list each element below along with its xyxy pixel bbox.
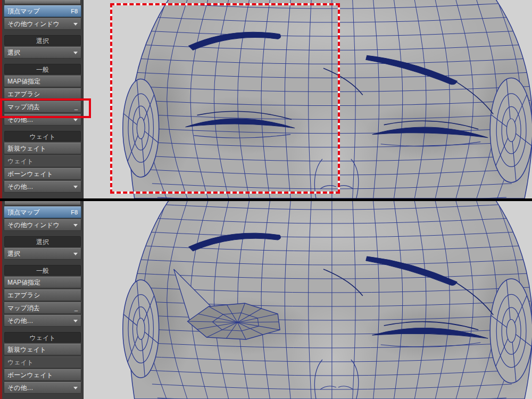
sidebar-item-map-erase[interactable]: マップ消去_ — [4, 101, 81, 113]
sidebar-item-label: その他… — [7, 115, 34, 124]
sidebar-before: 頂点マップF8その他ウィンドウ選択選択一般MAP値指定エアブラシマップ消去_その… — [0, 0, 84, 198]
left-ear-icon — [123, 280, 159, 378]
sidebar-item-label: 頂点マップ — [7, 7, 40, 16]
sidebar-item-label: ボーンウェイト — [7, 170, 53, 179]
panel-before: 頂点マップF8その他ウィンドウ選択選択一般MAP値指定エアブラシマップ消去_その… — [0, 0, 532, 198]
sidebar-item-label: 新規ウェイト — [7, 144, 46, 153]
chevron-down-icon — [73, 119, 78, 121]
sidebar-item-label: 頂点マップ — [7, 208, 40, 217]
sidebar-item-label: エアブラシ — [7, 291, 40, 300]
sidebar-item-label: 選択 — [36, 238, 49, 246]
sidebar-item-label: ボーンウェイト — [7, 371, 53, 380]
section-header-selection: 選択 — [4, 236, 81, 247]
sidebar-item-label: その他… — [7, 182, 34, 192]
chevron-down-icon — [73, 186, 78, 188]
sidebar-item-select[interactable]: 選択 — [4, 248, 81, 260]
sidebar-item-airbrush[interactable]: エアブラシ — [4, 88, 81, 100]
viewport-before[interactable] — [84, 0, 532, 198]
sidebar-item-bone-weight[interactable]: ボーンウェイト — [4, 369, 81, 381]
sidebar-item-label: ウェイト — [7, 157, 34, 166]
sidebar-item-clipped — [4, 0, 81, 4]
sidebar-item-label: その他… — [7, 384, 34, 393]
viewport-after[interactable] — [84, 201, 532, 399]
sidebar-item-others-general[interactable]: その他… — [4, 315, 81, 327]
sidebar-item-label: 選択 — [7, 48, 20, 57]
sidebar-item-select[interactable]: 選択 — [4, 47, 81, 59]
sidebar-item-new-weight[interactable]: 新規ウェイト — [4, 143, 81, 154]
section-header-weight: ウェイト — [4, 332, 81, 343]
sidebar-item-label: MAP値指定 — [7, 278, 40, 287]
sidebar-item-clipped — [4, 201, 81, 205]
section-header-general: 一般 — [4, 265, 81, 276]
sidebar-item-label: 新規ウェイト — [7, 345, 46, 354]
sidebar-item-others-general[interactable]: その他… — [4, 114, 81, 126]
sidebar-item-label: ウェイト — [29, 133, 55, 140]
panel-after: 頂点マップF8その他ウィンドウ選択選択一般MAP値指定エアブラシマップ消去_その… — [0, 201, 532, 399]
chevron-down-icon — [73, 224, 78, 227]
sidebar-item-bone-weight[interactable]: ボーンウェイト — [4, 168, 81, 180]
sidebar-item-new-weight[interactable]: 新規ウェイト — [4, 344, 81, 355]
chevron-down-icon — [73, 23, 78, 26]
shortcut-label: F8 — [68, 8, 78, 14]
section-header-weight: ウェイト — [4, 131, 81, 142]
section-header-general: 一般 — [4, 64, 81, 74]
sidebar-item-map-value[interactable]: MAP値指定 — [4, 76, 81, 87]
shortcut-label: _ — [71, 104, 78, 110]
screenshot-root: 頂点マップF8その他ウィンドウ選択選択一般MAP値指定エアブラシマップ消去_その… — [0, 0, 532, 399]
sidebar-item-map-value[interactable]: MAP値指定 — [4, 277, 81, 288]
sidebar-item-label: 一般 — [36, 267, 49, 275]
left-ear-icon — [123, 79, 159, 177]
chevron-down-icon — [73, 52, 78, 54]
shortcut-label: _ — [71, 305, 78, 311]
sidebar-item-label: MAP値指定 — [7, 77, 40, 86]
sidebar-item-label: ウェイト — [29, 334, 55, 342]
chevron-down-icon — [73, 320, 78, 322]
sidebar-item-label: 選択 — [7, 250, 20, 259]
sidebar-item-others-weight[interactable]: その他… — [4, 181, 81, 193]
shortcut-label: F8 — [68, 209, 78, 215]
sidebar-item-label: 一般 — [36, 66, 49, 73]
sidebar-item-others-weight[interactable]: その他… — [4, 382, 81, 394]
sidebar-item-weight[interactable]: ウェイト — [4, 155, 81, 167]
sidebar-item-label: マップ消去 — [7, 103, 40, 112]
sidebar-item-label: マップ消去 — [7, 304, 40, 313]
sidebar-item-vertex-map[interactable]: 頂点マップF8 — [4, 206, 81, 218]
sidebar-item-map-erase[interactable]: マップ消去_ — [4, 302, 81, 314]
sidebar-after: 頂点マップF8その他ウィンドウ選択選択一般MAP値指定エアブラシマップ消去_その… — [0, 201, 84, 399]
section-header-selection: 選択 — [4, 35, 81, 46]
sidebar-item-label: エアブラシ — [7, 90, 40, 99]
sidebar-item-vertex-map[interactable]: 頂点マップF8 — [4, 5, 81, 17]
sidebar-item-label: その他ウィンドウ — [7, 221, 60, 230]
model-view-before[interactable] — [84, 0, 532, 198]
right-ear-icon — [490, 279, 532, 383]
right-ear-icon — [490, 78, 532, 182]
chevron-down-icon — [73, 253, 78, 255]
sidebar-item-label: その他ウィンドウ — [7, 20, 60, 29]
sidebar-item-other-window[interactable]: その他ウィンドウ — [4, 18, 81, 30]
sidebar-item-label: その他… — [7, 317, 34, 326]
sidebar-item-other-window[interactable]: その他ウィンドウ — [4, 219, 81, 231]
sidebar-item-airbrush[interactable]: エアブラシ — [4, 289, 81, 301]
model-view-after[interactable] — [84, 201, 532, 399]
chevron-down-icon — [73, 387, 78, 389]
sidebar-item-weight[interactable]: ウェイト — [4, 356, 81, 368]
sidebar-item-label: 選択 — [36, 37, 49, 45]
sidebar-item-label: ウェイト — [7, 358, 34, 367]
